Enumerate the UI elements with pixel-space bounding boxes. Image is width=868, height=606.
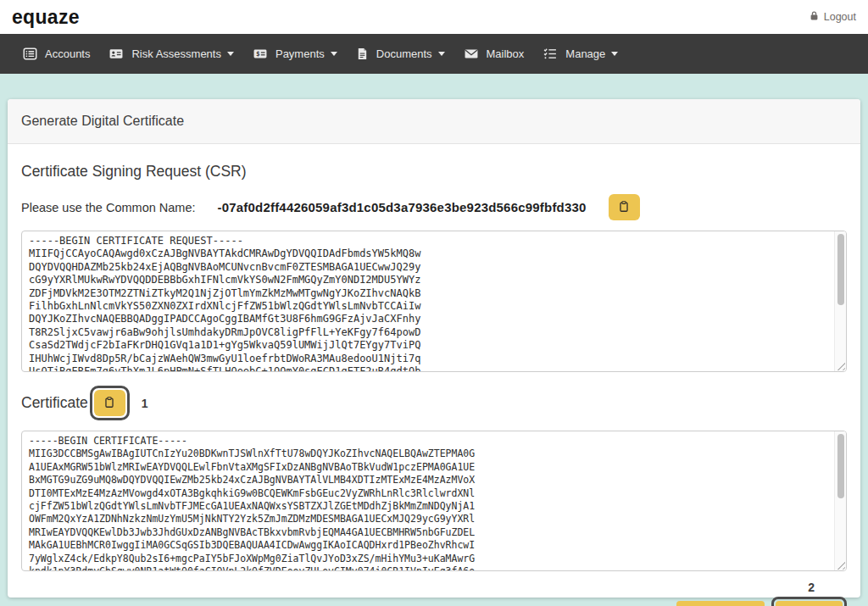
- nav-label: Mailbox: [487, 47, 525, 60]
- nav-label: Accounts: [45, 47, 90, 60]
- chevron-down-icon: [227, 52, 234, 56]
- csr-textarea-wrap: [21, 231, 847, 372]
- envelope-icon: [464, 47, 479, 61]
- nav-label: Risk Assessments: [131, 47, 220, 60]
- common-name-value: -07af0d2ff4426059af3d1c05d3a7936e3be923d…: [218, 200, 587, 214]
- nav-label: Manage: [565, 47, 605, 60]
- page-title: Generate Digital Certificate: [8, 99, 860, 144]
- download-button[interactable]: Download: [676, 601, 765, 606]
- certificate-section-heading: Certificate: [21, 394, 88, 412]
- svg-text:$: $: [256, 50, 260, 58]
- annotation-ring-1: [90, 386, 130, 420]
- nav-item-mailbox[interactable]: Mailbox: [454, 40, 534, 68]
- nav-item-payments[interactable]: $ Payments: [243, 40, 347, 68]
- step-number-1: 1: [142, 397, 148, 410]
- logout-button[interactable]: Logout: [809, 10, 856, 24]
- logout-label: Logout: [824, 11, 856, 23]
- nav-item-accounts[interactable]: Accounts: [14, 40, 99, 68]
- main-nav: Accounts Risk Assessments $ Payments: [0, 34, 868, 74]
- lock-icon: [809, 10, 820, 24]
- clipboard-icon: [103, 396, 115, 411]
- top-bar: equaze Logout: [0, 0, 868, 34]
- id-card-icon: [108, 47, 124, 61]
- app-logo: equaze: [12, 6, 80, 29]
- cash-icon: $: [253, 47, 268, 61]
- chevron-down-icon: [438, 52, 445, 56]
- nav-label: Payments: [275, 47, 325, 60]
- csr-section-heading: Certificate Signing Request (CSR): [21, 163, 847, 181]
- done-button[interactable]: Done: [776, 601, 843, 606]
- annotation-ring-2: Done: [771, 597, 847, 606]
- certificate-textarea[interactable]: [21, 431, 847, 571]
- nav-label: Documents: [376, 47, 432, 60]
- common-name-label: Please use the Common Name:: [21, 201, 196, 214]
- nav-item-manage[interactable]: Manage: [533, 40, 627, 68]
- chevron-down-icon: [331, 52, 337, 56]
- copy-common-name-button[interactable]: [609, 194, 640, 220]
- certificate-textarea-wrap: [21, 431, 847, 571]
- csr-textarea[interactable]: [21, 231, 847, 372]
- chevron-down-icon: [611, 52, 618, 56]
- copy-certificate-button[interactable]: [94, 390, 125, 416]
- checklist-icon: [542, 47, 558, 61]
- list-icon: [23, 47, 37, 61]
- nav-item-documents[interactable]: Documents: [347, 40, 454, 68]
- certificate-scrollbar[interactable]: [834, 431, 846, 570]
- clipboard-icon: [618, 200, 630, 215]
- generate-certificate-card: Generate Digital Certificate Certificate…: [8, 99, 860, 598]
- step-number-2: 2: [808, 581, 815, 594]
- page-background: Generate Digital Certificate Certificate…: [0, 74, 868, 606]
- file-icon: [356, 47, 369, 61]
- nav-item-risk-assessments[interactable]: Risk Assessments: [99, 40, 242, 68]
- csr-scrollbar[interactable]: [834, 231, 846, 371]
